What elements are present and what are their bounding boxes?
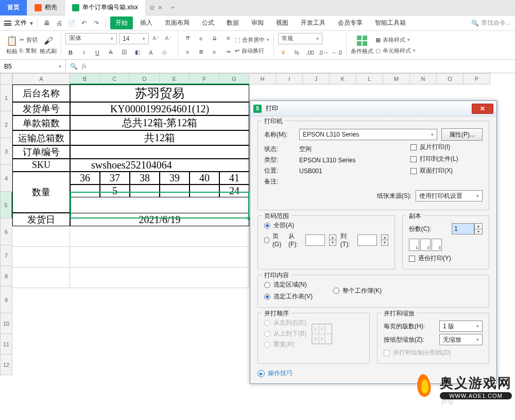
tab-docer[interactable]: 稻壳 — [27, 0, 65, 15]
cell-D8[interactable] — [130, 184, 160, 197]
indent-icon[interactable]: ⇥ — [222, 47, 233, 57]
range-pages-radio[interactable]: 页(G) — [264, 232, 284, 248]
cell-E7[interactable]: 39 — [160, 172, 190, 184]
cell-A6[interactable]: SKU — [12, 159, 70, 172]
percent-icon[interactable]: % — [291, 47, 302, 58]
file-menu[interactable]: 文件 — [14, 19, 27, 27]
col-C[interactable]: C — [100, 73, 130, 85]
page-to-input[interactable] — [357, 234, 377, 246]
col-O[interactable]: O — [437, 73, 464, 85]
cell-G8[interactable]: 24 — [219, 184, 249, 197]
col-A[interactable]: A — [12, 73, 70, 85]
col-F[interactable]: F — [190, 73, 219, 85]
tab-home[interactable]: 首页 — [0, 0, 27, 15]
italic-button[interactable]: I — [79, 47, 89, 58]
redo-icon[interactable]: ↷ — [91, 20, 101, 27]
cell-B2[interactable]: KY0000199264601(12) — [70, 102, 249, 115]
align-bottom-icon[interactable]: ⇊ — [209, 33, 219, 44]
paper-source-select[interactable]: 使用打印机设置▾ — [416, 190, 483, 201]
preview-icon[interactable]: 📄 — [66, 20, 77, 27]
select-all-corner[interactable] — [0, 73, 12, 85]
table-style-button[interactable]: ▦表格样式▾ — [375, 36, 416, 44]
new-tab-button[interactable]: + — [166, 4, 180, 11]
increase-font-icon[interactable]: A⁺ — [151, 33, 161, 44]
merge-center-button[interactable]: ⬚合并居中▾ — [235, 36, 269, 44]
align-top-icon[interactable]: ⇈ — [182, 33, 193, 44]
font-select[interactable]: 宋体▾ — [65, 33, 117, 44]
col-J[interactable]: J — [303, 73, 330, 85]
currency-icon[interactable]: ¥ — [278, 47, 288, 58]
ribbon-tab-member[interactable]: 会员专享 — [333, 16, 368, 29]
cell-A3[interactable]: 单款箱数 — [12, 115, 70, 130]
clear-format-button[interactable]: ◇ — [159, 47, 169, 58]
row-1[interactable]: 1 — [0, 85, 12, 111]
cells-grid[interactable]: 后台名称苏羽贸易 发货单号KY0000199264601(12) 单款箱数总共1… — [12, 85, 249, 375]
inc-decimal-icon[interactable]: .0→ — [318, 47, 329, 58]
printer-select[interactable]: EPSON L310 Series▾ — [299, 129, 437, 140]
ribbon-tab-formula[interactable]: 公式 — [197, 16, 219, 29]
print-to-file-check[interactable]: 打印到文件(L) — [410, 155, 483, 163]
cell-F7[interactable]: 40 — [190, 172, 219, 184]
wrap-text-button[interactable]: ↩自动换行 — [235, 47, 269, 55]
cell-B5[interactable] — [70, 145, 249, 159]
row-6[interactable]: 6 — [0, 219, 12, 245]
col-D[interactable]: D — [130, 73, 160, 85]
col-G[interactable]: G — [219, 73, 249, 85]
orientation-icon[interactable]: ⤭ — [222, 33, 233, 44]
ribbon-tab-insert[interactable]: 插入 — [135, 16, 158, 29]
col-B[interactable]: B — [70, 73, 100, 85]
row-4[interactable]: 4 — [0, 165, 12, 192]
font-color-button[interactable]: A — [146, 47, 156, 58]
row-12[interactable]: 12 — [0, 355, 12, 375]
content-sheet-radio[interactable]: 选定工作表(V) — [264, 292, 313, 301]
align-center-icon[interactable]: ≣ — [196, 47, 206, 57]
paste-button[interactable]: 📋粘贴 — [6, 35, 18, 55]
printer-properties-button[interactable]: 属性(P)... — [441, 128, 483, 141]
ribbon-tab-smart[interactable]: 智能工具箱 — [370, 16, 411, 29]
command-search[interactable]: 🔍查找命令... — [471, 19, 511, 27]
fontsize-select[interactable]: 14▾ — [119, 33, 149, 44]
col-H[interactable]: H — [249, 73, 276, 85]
number-format-select[interactable]: 常规▾ — [278, 33, 322, 44]
content-workbook-radio[interactable]: 整个工作簿(K) — [333, 280, 382, 301]
cell-B6[interactable]: swshoes252104064 — [70, 159, 249, 172]
copy-button[interactable]: ⎘复制 — [20, 47, 38, 55]
cell-A2[interactable]: 发货单号 — [12, 102, 70, 115]
ribbon-tab-data[interactable]: 数据 — [221, 16, 244, 29]
page-from-input[interactable] — [305, 234, 325, 246]
cut-button[interactable]: ✂剪切 — [20, 36, 38, 44]
row-9[interactable]: 9 — [0, 287, 12, 313]
comma-icon[interactable]: ,00 — [305, 47, 315, 58]
cell-C8[interactable]: 5 — [100, 184, 130, 197]
duplex-check[interactable]: 双面打印(X) — [410, 166, 483, 175]
row-2[interactable]: 2 — [0, 111, 12, 138]
copies-spin[interactable]: ▲▼ — [474, 223, 483, 234]
decrease-font-icon[interactable]: A⁻ — [163, 33, 174, 44]
format-painter-button[interactable]: 🖌格式刷 — [40, 35, 57, 55]
row-11[interactable]: 11 — [0, 334, 12, 355]
per-page-select[interactable]: 1 版▾ — [439, 321, 483, 332]
cell-B4[interactable]: 共12箱 — [70, 130, 249, 145]
cell-B8[interactable] — [70, 184, 100, 197]
page-to-spin[interactable]: ▲▼ — [381, 234, 388, 246]
ribbon-tab-view[interactable]: 视图 — [271, 16, 294, 29]
name-box[interactable]: B5▾ — [0, 60, 66, 73]
strike-button[interactable]: A̶ — [106, 47, 116, 58]
cell-B9[interactable]: 2021/6/19 — [70, 213, 249, 226]
cell-A4[interactable]: 运输总箱数 — [12, 130, 70, 145]
row-3[interactable]: 3 — [0, 138, 12, 165]
dialog-close-button[interactable]: ✕ — [472, 104, 493, 114]
align-right-icon[interactable]: ≡ — [209, 47, 219, 57]
cell-D7[interactable]: 38 — [130, 172, 160, 184]
cond-format-button[interactable]: 条件格式 — [351, 35, 373, 55]
bold-button[interactable]: B — [65, 47, 76, 58]
cell-A5[interactable]: 订单编号 — [12, 145, 70, 159]
ribbon-tab-layout[interactable]: 页面布局 — [160, 16, 195, 29]
row-7[interactable]: 7 — [0, 245, 12, 266]
tab-workbook[interactable]: 单个订单编号箱.xlsx — [65, 0, 146, 15]
cell-C7[interactable]: 37 — [100, 172, 130, 184]
close-tab-icon[interactable]: ✕ — [158, 4, 163, 11]
ribbon-tab-review[interactable]: 审阅 — [246, 16, 269, 29]
page-from-spin[interactable]: ▲▼ — [329, 234, 336, 246]
col-I[interactable]: I — [276, 73, 303, 85]
